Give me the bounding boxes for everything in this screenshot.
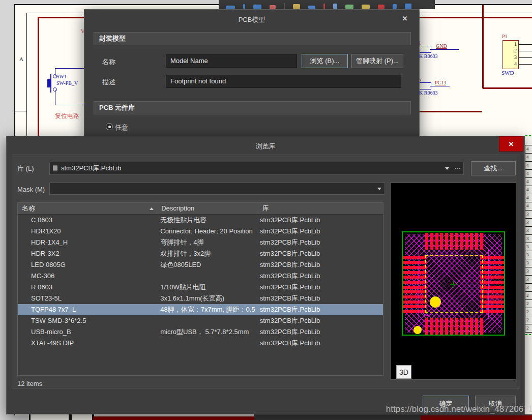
any-radio-label[interactable]: 任意 xyxy=(115,123,128,132)
wire xyxy=(430,86,450,86)
place-wire-icon[interactable] xyxy=(308,6,315,9)
cell-name: HDR-1X4_H xyxy=(18,237,157,248)
place-component-icon[interactable] xyxy=(293,4,300,9)
annulus-icon[interactable] xyxy=(405,4,411,9)
directive-icon[interactable] xyxy=(393,4,397,9)
cell-library: stm32PCB库.PcbLib xyxy=(258,304,383,315)
pin-number: 4 xyxy=(525,194,532,202)
cell-description: 3x1.6x1.1mm(长宽高) xyxy=(157,293,257,304)
pin-number: 3 xyxy=(525,219,532,227)
description-label: 描述 xyxy=(102,78,115,87)
HDR-1X4_H[interactable]: HDR-1X4_H 弯脚排针，4脚 stm32PCB库.PcbLib xyxy=(18,237,383,248)
toolbar-separator[interactable] xyxy=(284,3,285,9)
p1-pin-number: 1 xyxy=(504,41,517,47)
footprint-preview[interactable]: 3D xyxy=(390,183,516,380)
XTAL-49S DIP[interactable]: XTAL-49S DIP stm32PCB库.PcbLib xyxy=(18,338,383,349)
column-header-name[interactable]: 名称 xyxy=(18,203,157,214)
sheet-entry-icon[interactable] xyxy=(362,5,370,9)
browse-button[interactable]: 浏览 (B)... xyxy=(302,54,348,68)
library-file-icon xyxy=(53,165,57,171)
pin-number: 2 xyxy=(525,292,532,300)
text-tool-icon[interactable] xyxy=(243,4,245,9)
library-combo[interactable]: stm32PCB库.PcbLib xyxy=(49,162,464,175)
section-pcb-library: PCB 元件库 xyxy=(94,101,411,114)
selection-rect-icon[interactable] xyxy=(253,5,261,9)
pin-number: 2 xyxy=(525,300,532,308)
p1-pin-wire xyxy=(519,57,532,58)
place-line-icon[interactable] xyxy=(323,4,325,9)
model-name-field[interactable]: Model Name xyxy=(166,54,297,68)
pcb-model-dialog-title: PCB模型 xyxy=(84,15,419,24)
description-field[interactable]: Footprint not found xyxy=(166,75,401,88)
chevron-down-icon[interactable] xyxy=(377,188,381,190)
cell-library: stm32PCB库.PcbLib xyxy=(258,226,383,237)
p1-pin-numbers: 1234 xyxy=(504,41,517,67)
pin-map-button[interactable]: 管脚映射 (P)... xyxy=(351,54,403,68)
HDR-3X2[interactable]: HDR-3X2 双排排针，3x2脚 stm32PCB库.PcbLib xyxy=(18,248,383,259)
items-count: 12 items xyxy=(17,380,42,387)
sheet-bottom-cell xyxy=(72,414,92,420)
MC-306[interactable]: MC-306 stm32PCB库.PcbLib xyxy=(18,271,383,282)
preview-3d-button[interactable]: 3D xyxy=(396,365,411,379)
pin-number: 2 xyxy=(525,316,532,324)
any-radio[interactable] xyxy=(106,123,113,130)
cell-library: stm32PCB库.PcbLib xyxy=(258,293,383,304)
place-sheet-icon[interactable] xyxy=(345,5,353,9)
cell-name: XTAL-49S DIP xyxy=(18,338,157,349)
component-table: 名称 Description 库 C 0603 无极性贴片电容 stm32PCB… xyxy=(17,202,383,376)
r1-net-label: GND xyxy=(436,43,447,49)
close-icon[interactable]: ✕ xyxy=(499,136,523,152)
R 0603[interactable]: R 0603 1/10W贴片电阻 stm32PCB库.PcbLib xyxy=(18,282,383,293)
pin-number: 4 xyxy=(525,170,532,178)
column-header-description[interactable]: Description xyxy=(157,203,257,214)
probe-icon[interactable] xyxy=(378,5,385,9)
pin-number: 3 xyxy=(525,227,532,235)
bottom-red-bar-left xyxy=(93,416,254,420)
C 0603[interactable]: C 0603 无极性贴片电容 stm32PCB库.PcbLib xyxy=(18,215,383,226)
cell-name: USB-micro_B xyxy=(18,326,157,338)
pads-bottom xyxy=(425,318,485,335)
chevron-down-icon[interactable] xyxy=(445,167,449,170)
watermark: https://blog.csdn.net/weixin_48720671 xyxy=(386,404,532,414)
corner-dot xyxy=(413,326,422,334)
cell-name: MC-306 xyxy=(18,271,157,282)
pads-top xyxy=(425,233,485,250)
pin-number: 2 xyxy=(525,324,532,333)
cell-name: TQFP48 7x7_L xyxy=(18,304,157,315)
p1-ref: P1 xyxy=(502,34,508,39)
USB-micro_B[interactable]: USB-micro_B micro型USB， 5.7*7.8*2.5mm stm… xyxy=(18,326,383,338)
search-button[interactable]: 查找... xyxy=(471,161,516,175)
cell-library: stm32PCB库.PcbLib xyxy=(258,271,383,282)
bottom-red-bar-right xyxy=(421,415,532,420)
p1-pin-wire xyxy=(519,44,532,45)
SOT23-5L[interactable]: SOT23-5L 3x1.6x1.1mm(长宽高) stm32PCB库.PcbL… xyxy=(18,293,383,304)
place-part-icon[interactable] xyxy=(333,4,337,9)
selection-dash-top xyxy=(525,135,531,136)
pin-number: 3 xyxy=(525,267,532,276)
cell-library: stm32PCB库.PcbLib xyxy=(258,259,383,271)
pin-number: 4 xyxy=(525,145,532,154)
p1-pin-number: 4 xyxy=(504,61,517,67)
close-icon[interactable]: ✕ xyxy=(401,15,409,22)
pin-number: 4 xyxy=(525,162,532,170)
pin-number: 3 xyxy=(525,251,532,259)
browse-library-dialog: 浏览库 ✕ 库 (L) stm32PCB库.PcbLib 查找... Mask … xyxy=(6,136,525,414)
TSW SMD-3*6*2.5[interactable]: TSW SMD-3*6*2.5 stm32PCB库.PcbLib xyxy=(18,315,383,326)
ellipsis-icon[interactable] xyxy=(455,168,460,169)
switch-actuator-cap xyxy=(47,79,51,87)
wire xyxy=(430,49,459,50)
pcb-model-dialog: PCB模型 ✕ 封装模型 名称 Model Name 浏览 (B)... 管脚映… xyxy=(84,9,420,137)
pin-number: 4 xyxy=(525,154,532,162)
HDR1X20[interactable]: HDR1X20 Connector; Header; 20 Position s… xyxy=(18,226,383,237)
select-tool-icon[interactable] xyxy=(226,6,235,9)
image-tool-icon[interactable] xyxy=(270,5,276,9)
cell-library: stm32PCB库.PcbLib xyxy=(258,282,383,293)
TQFP48 7x7_L[interactable]: TQFP48 7x7_L 48脚，体宽：7x7mm, 脚距：0.5 stm32P… xyxy=(18,304,383,315)
column-header-library[interactable]: 库 xyxy=(258,203,383,214)
mask-combo[interactable] xyxy=(49,183,385,195)
pin-number: 2 xyxy=(525,308,532,316)
name-label: 名称 xyxy=(102,57,115,67)
LED 0805G[interactable]: LED 0805G 绿色0805LED stm32PCB库.PcbLib xyxy=(18,259,383,271)
switch-ref: SW1 xyxy=(56,74,67,79)
pin-number: 3 xyxy=(525,259,532,267)
